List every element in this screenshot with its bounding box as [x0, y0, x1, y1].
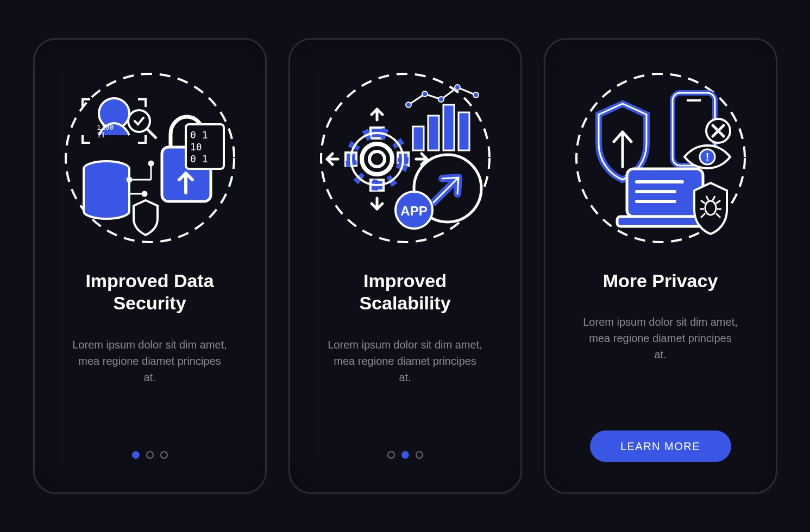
svg-point-31 [473, 92, 479, 98]
svg-line-11 [147, 129, 156, 138]
card-title: Improved Scalability [318, 270, 492, 315]
privacy-icon: ! [568, 66, 753, 250]
scalability-icon: APP [313, 66, 498, 250]
page-dot[interactable] [146, 451, 154, 459]
security-icon: 0 1 10 0 1 1100 11 [58, 66, 242, 250]
svg-text:1100: 1100 [97, 123, 114, 131]
svg-rect-26 [459, 112, 469, 150]
svg-text:0 1: 0 1 [190, 153, 208, 164]
page-dot[interactable] [401, 451, 409, 459]
card-body: Lorem ipsum dolor sit dim amet, mea regi… [71, 337, 229, 385]
svg-rect-24 [428, 116, 439, 150]
svg-point-30 [455, 85, 460, 90]
page-dot[interactable] [160, 451, 168, 459]
page-dot[interactable] [387, 451, 395, 459]
page-dot[interactable] [132, 451, 140, 459]
page-indicator [387, 451, 423, 459]
card-title: Improved Data Security [63, 270, 237, 315]
svg-point-27 [406, 102, 411, 107]
onboarding-card-privacy: ! [544, 38, 777, 494]
svg-point-22 [369, 151, 385, 167]
onboarding-card-security: 0 1 10 0 1 1100 11 [33, 38, 267, 494]
page-dot[interactable] [416, 451, 423, 459]
svg-point-17 [142, 192, 147, 196]
svg-point-28 [422, 91, 428, 97]
svg-point-29 [438, 97, 444, 102]
svg-point-15 [149, 161, 153, 166]
page-indicator [132, 451, 168, 459]
svg-point-46 [705, 201, 716, 215]
svg-text:10: 10 [190, 141, 202, 153]
learn-more-button[interactable]: LEARN MORE [590, 430, 731, 462]
svg-text:!: ! [705, 151, 709, 163]
svg-text:11: 11 [97, 131, 105, 139]
svg-point-14 [127, 178, 131, 182]
svg-text:0 1: 0 1 [190, 129, 208, 141]
card-title: More Privacy [603, 270, 718, 292]
svg-rect-25 [443, 105, 454, 150]
card-body: Lorem ipsum dolor sit dim amet, mea regi… [582, 314, 739, 363]
onboarding-row: 0 1 10 0 1 1100 11 [33, 38, 777, 494]
svg-rect-23 [413, 126, 424, 150]
onboarding-card-scalability: APP Improved Scalability Lorem ipsum dol… [288, 38, 522, 494]
app-badge-text: APP [400, 204, 427, 218]
card-body: Lorem ipsum dolor sit dim amet, mea regi… [326, 337, 484, 385]
